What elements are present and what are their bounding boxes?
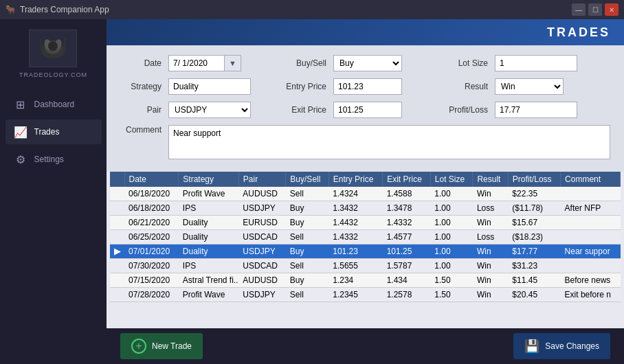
table-row[interactable]: 06/21/2020DualityEURUSDBuy1.44321.43321.… [110,216,621,230]
comment-label: Comment [120,125,168,135]
table-cell: USDJPY [238,201,286,216]
pair-select[interactable]: USDJPY EURUSD AUDUSD USDCAD [168,102,251,118]
table-cell: Buy [286,216,328,230]
table-cell: Sell [286,230,328,244]
row-indicator [110,230,124,244]
row-indicator: ▶ [110,244,124,259]
table-cell: $31.23 [508,259,560,273]
sidebar-item-label-trades: Trades [34,127,60,137]
entry-price-field-group: Entry Price [278,78,443,95]
table-cell: IPS [179,201,239,216]
entry-price-input[interactable] [333,78,402,95]
maximize-button[interactable]: ☐ [588,3,602,16]
col-buy-sell: Buy/Sell [286,172,328,187]
pair-field-group: Pair USDJPY EURUSD AUDUSD USDCAD [120,102,278,118]
table-cell: 1.00 [430,201,473,216]
table-scroll-wrap[interactable]: Date Strategy Pair Buy/Sell Entry Price … [110,172,621,328]
table-cell [561,216,621,230]
table-cell: USDJPY [238,288,286,302]
col-pair: Pair [238,172,286,187]
table-cell: Win [473,187,508,201]
table-cell: Duality [179,230,239,244]
table-container: Date Strategy Pair Buy/Sell Entry Price … [110,172,621,328]
lot-size-input[interactable] [495,55,577,71]
table-cell: 1.4332 [328,230,382,244]
save-changes-button[interactable]: 💾 Save Changes [513,333,610,359]
table-cell: ($11.78) [508,201,560,216]
table-cell: 07/30/2020 [124,259,179,273]
date-label: Date [120,58,168,68]
table-row[interactable]: 07/30/2020IPSUSDCADSell1.56551.57871.00W… [110,259,621,273]
sidebar-item-trades[interactable]: 📈 Trades [5,120,102,144]
table-cell: Win [473,244,508,259]
sidebar-item-dashboard[interactable]: ⊞ Dashboard [5,92,102,117]
logo-area: TRADEOLOGY.COM [19,30,87,78]
strategy-input[interactable] [168,78,251,95]
result-select[interactable]: Win Loss [495,78,564,95]
result-field-group: Result Win Loss [443,78,564,95]
pair-label: Pair [120,105,168,115]
table-cell [561,230,621,244]
table-cell: 1.00 [430,216,473,230]
row-indicator [110,187,124,201]
table-cell: Duality [179,216,239,230]
table-cell: Loss [473,201,508,216]
table-cell: 101.23 [328,244,382,259]
logo-box [29,30,77,67]
col-indicator [110,172,124,187]
profit-loss-field-group: Profit/Loss [443,102,577,118]
table-cell: 1.4332 [383,216,431,230]
exit-price-input[interactable] [333,102,402,118]
table-cell: 07/28/2020 [124,288,179,302]
table-row[interactable]: 07/28/2020Profit WaveUSDJPYSell1.23451.2… [110,288,621,302]
minimize-button[interactable]: — [572,3,586,16]
result-label: Result [443,82,495,91]
logo-text: TRADEOLOGY.COM [19,71,87,78]
comment-textarea[interactable]: Near support [168,125,610,159]
table-cell: 101.25 [383,244,431,259]
table-row[interactable]: 06/18/2020IPSUSDJPYBuy1.34321.34781.00Lo… [110,201,621,216]
table-cell: Sell [286,259,328,273]
table-cell: $20.45 [508,288,560,302]
date-input-wrap: ▼ [168,55,241,71]
buy-sell-label: Buy/Sell [278,58,333,68]
strategy-field-group: Strategy [120,78,278,95]
save-icon: 💾 [524,339,539,354]
table-cell: Sell [286,187,328,201]
col-date: Date [124,172,179,187]
strategy-label: Strategy [120,82,168,91]
new-trade-label: New Trade [152,341,192,351]
form-area: Date ▼ Buy/Sell Buy Sell Lot Size [107,45,624,172]
new-trade-button[interactable]: + New Trade [120,333,203,359]
table-row[interactable]: 06/18/2020Profit WaveAUDUSDSell1.43241.4… [110,187,621,201]
table-cell: Loss [473,230,508,244]
close-button[interactable]: ✕ [605,3,619,16]
table-cell: 07/15/2020 [124,273,179,288]
table-row[interactable]: ▶07/01/2020DualityUSDJPYBuy101.23101.251… [110,244,621,259]
table-cell: IPS [179,259,239,273]
table-cell: $11.45 [508,273,560,288]
table-row[interactable]: 07/15/2020Astral Trend fi...AUDUSDBuy1.2… [110,273,621,288]
trades-table: Date Strategy Pair Buy/Sell Entry Price … [110,172,621,302]
date-field-group: Date ▼ [120,55,278,71]
exit-price-field-group: Exit Price [278,102,443,118]
table-cell: 07/01/2020 [124,244,179,259]
sidebar-item-settings[interactable]: ⚙ Settings [5,147,102,172]
table-cell: Exit before n [561,288,621,302]
trades-icon: 📈 [14,126,27,139]
buy-sell-select[interactable]: Buy Sell [333,55,402,71]
table-cell: 1.50 [430,288,473,302]
calendar-button[interactable]: ▼ [225,55,241,71]
profit-loss-input[interactable] [495,102,577,118]
table-cell: $17.77 [508,244,560,259]
date-input[interactable] [168,55,225,71]
table-cell: 1.00 [430,187,473,201]
table-cell: 1.4432 [328,216,382,230]
table-row[interactable]: 06/25/2020DualityUSDCADSell1.43321.45771… [110,230,621,244]
table-cell: 1.00 [430,259,473,273]
row-indicator [110,273,124,288]
table-cell: Buy [286,244,328,259]
table-cell: 1.434 [383,273,431,288]
table-cell: $15.67 [508,216,560,230]
table-cell: Buy [286,273,328,288]
